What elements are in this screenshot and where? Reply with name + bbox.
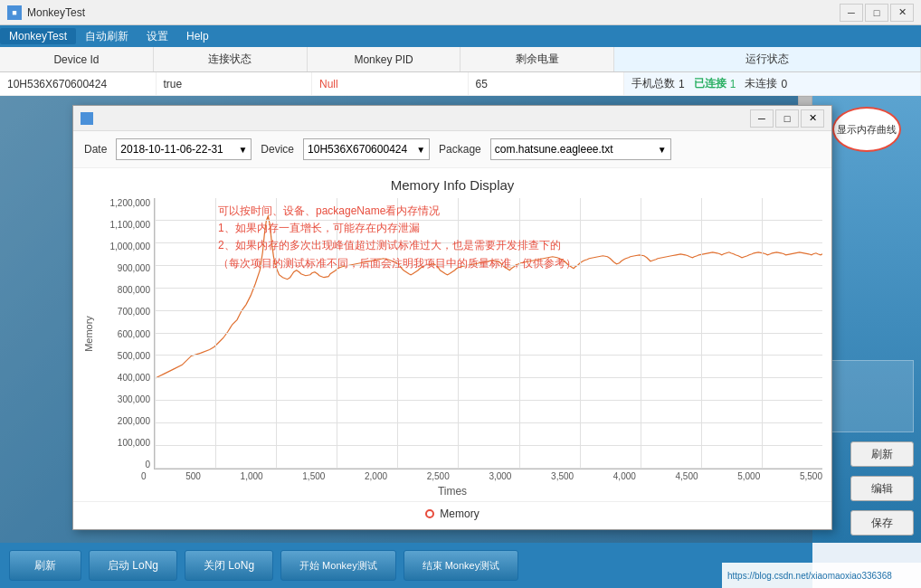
url-bar: https://blog.csdn.net/xiaomaoxiao336368 <box>722 563 921 588</box>
table-row: 10H536X670600424 true Null 65 手机总数 1 已连接… <box>0 72 921 96</box>
col-battery: 剩余电量 <box>460 47 614 71</box>
cell-connection: true <box>157 72 313 95</box>
refresh-button[interactable]: 刷新 <box>850 441 914 467</box>
grid-h-6 <box>155 333 822 334</box>
y-axis-title: Memory <box>83 316 94 352</box>
save-button[interactable]: 保存 <box>850 510 914 536</box>
minimize-button[interactable]: ─ <box>840 4 863 22</box>
chart-container: Memory Info Display Memory 0 100,000 200… <box>73 168 831 501</box>
col-pid: Monkey PID <box>308 47 461 71</box>
modal-controls: ─ □ ✕ <box>750 109 824 128</box>
package-label: Package <box>439 143 481 156</box>
title-bar-controls: ─ □ ✕ <box>840 4 914 22</box>
table-header: Device Id 连接状态 Monkey PID 剩余电量 运行状态 <box>0 47 921 72</box>
legend-dot <box>425 509 434 518</box>
bottom-bar: 刷新 启动 LoNg 关闭 LoNg 开始 Monkey测试 结束 Monkey… <box>0 543 812 588</box>
y-axis-labels: 0 100,000 200,000 300,000 400,000 500,00… <box>95 198 154 469</box>
menu-help[interactable]: Help <box>177 28 218 44</box>
menu-monkeytest[interactable]: MonkeyTest <box>0 28 76 44</box>
grid-h-7 <box>155 310 822 311</box>
modal-close-button[interactable]: ✕ <box>801 109 824 128</box>
grid-h-2 <box>155 422 822 423</box>
grid-h-1 <box>155 445 822 446</box>
modal-maximize-button[interactable]: □ <box>775 109 799 128</box>
main-window: ■ MonkeyTest ─ □ ✕ MonkeyTest 自动刷新 设置 He… <box>0 0 921 588</box>
cell-battery: 65 <box>469 72 625 95</box>
menu-auto-refresh[interactable]: 自动刷新 <box>76 27 138 46</box>
device-label: Device <box>261 143 294 156</box>
date-select[interactable]: 2018-10-11-06-22-31 ▼ <box>116 138 252 160</box>
x-axis-labels: 0 500 1,000 1,500 2,000 2,500 3,000 3,50… <box>141 469 822 481</box>
app-title: MonkeyTest <box>27 6 840 19</box>
date-label: Date <box>84 143 107 156</box>
edit-button[interactable]: 编辑 <box>850 476 914 501</box>
cell-run-status: 手机总数 1 已连接 1 未连接 0 <box>624 72 921 95</box>
x-axis-title: Times <box>82 481 822 501</box>
stop-monkey-button[interactable]: 结束 Monkey测试 <box>404 550 519 581</box>
grid-h-0 <box>155 468 822 469</box>
modal-minimize-button[interactable]: ─ <box>750 109 774 128</box>
cell-device-id: 10H536X670600424 <box>0 72 157 95</box>
chart-plot: 可以按时间、设备、packageName看内存情况 1、如果内存一直增长，可能存… <box>154 198 822 469</box>
grid-h-3 <box>155 400 822 401</box>
chart-area: Memory 0 100,000 200,000 300,000 400,000… <box>82 198 822 469</box>
modal-icon <box>81 112 93 125</box>
close-button[interactable]: ✕ <box>890 4 914 22</box>
scroll-area[interactable] <box>820 360 914 432</box>
app-icon: ■ <box>7 5 22 20</box>
legend-label: Memory <box>440 507 479 520</box>
title-bar: ■ MonkeyTest ─ □ ✕ <box>0 0 921 25</box>
y-axis-title-container: Memory <box>82 198 95 469</box>
memory-curve-button[interactable]: 显示内存曲线 <box>832 107 901 152</box>
stop-long-button[interactable]: 关闭 LoNg <box>185 550 273 581</box>
package-select[interactable]: com.hatsune.eagleee.txt ▼ <box>490 138 671 160</box>
menu-bar: MonkeyTest 自动刷新 设置 Help <box>0 25 921 47</box>
col-device-id: Device Id <box>0 47 154 71</box>
modal-title-bar: ─ □ ✕ <box>73 106 831 131</box>
menu-settings[interactable]: 设置 <box>138 27 177 46</box>
annotation-text: 可以按时间、设备、packageName看内存情况 1、如果内存一直增长，可能存… <box>218 203 576 272</box>
col-run-status: 运行状态 <box>614 47 921 71</box>
col-connection: 连接状态 <box>154 47 308 71</box>
main-content: 100000000 outs ive-crashes ending_traces… <box>0 96 921 588</box>
cell-pid: Null <box>312 72 469 95</box>
chart-title: Memory Info Display <box>82 177 822 193</box>
device-select[interactable]: 10H536X670600424 ▼ <box>303 138 430 160</box>
maximize-button[interactable]: □ <box>865 4 888 22</box>
grid-h-4 <box>155 377 822 378</box>
grid-h-5 <box>155 355 822 356</box>
refresh-main-button[interactable]: 刷新 <box>9 550 81 581</box>
start-long-button[interactable]: 启动 LoNg <box>89 550 177 581</box>
chart-legend: Memory <box>73 501 831 529</box>
modal-dialog: ─ □ ✕ Date 2018-10-11-06-22-31 ▼ Device … <box>72 105 832 530</box>
url-text: https://blog.csdn.net/xiaomaoxiao336368 <box>727 571 892 581</box>
start-monkey-button[interactable]: 开始 Monkey测试 <box>280 550 396 581</box>
grid-h-8 <box>155 288 822 289</box>
filter-bar: Date 2018-10-11-06-22-31 ▼ Device 10H536… <box>73 131 831 168</box>
